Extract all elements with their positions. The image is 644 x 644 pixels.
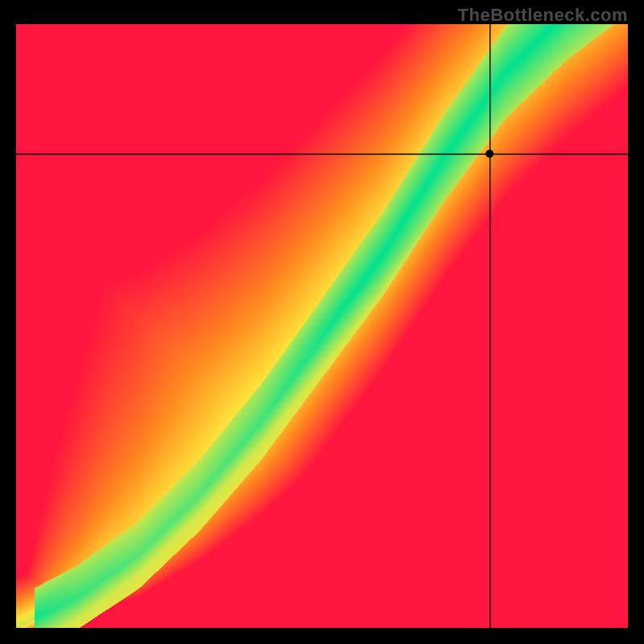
watermark-text: TheBottleneck.com xyxy=(458,5,628,26)
chart-frame: TheBottleneck.com xyxy=(0,0,644,644)
bottleneck-heatmap xyxy=(16,24,628,628)
